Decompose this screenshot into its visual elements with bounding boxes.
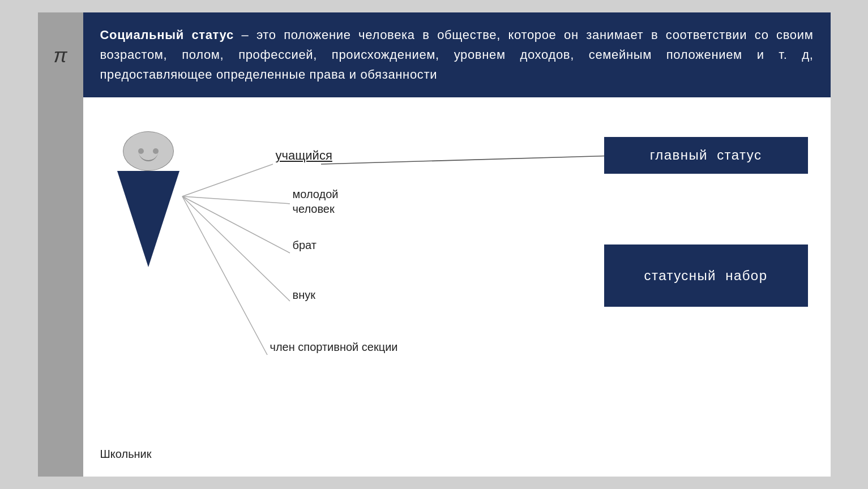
person-body [117, 171, 179, 267]
glavnyj-status-text: главный статус [650, 147, 762, 163]
svg-line-2 [182, 196, 290, 253]
definition-block: Социальный статус – это положение челове… [83, 12, 831, 97]
status-molodoj: молодойчеловек [293, 187, 339, 216]
pi-symbol: π [53, 44, 67, 67]
svg-line-0 [182, 164, 273, 196]
status-vnuk: внук [293, 289, 315, 302]
definition-dash: – [234, 28, 256, 42]
status-sport: член спортивной секции [270, 341, 398, 354]
schoolnik-label: Школьник [100, 448, 152, 461]
statusnyj-nabor-box: статусный набор [604, 244, 808, 307]
main-content: учащийся молодойчеловек брат внук член с… [83, 97, 831, 477]
slide: π Социальный статус – это положение чело… [38, 12, 831, 477]
person-figure [117, 131, 179, 267]
sidebar: π [38, 12, 83, 477]
person-head [123, 131, 174, 171]
svg-line-5 [321, 156, 615, 164]
svg-line-4 [182, 196, 267, 355]
glavnyj-status-box: главный статус [604, 137, 808, 174]
svg-line-1 [182, 196, 290, 204]
definition-bold: Социальный статус [100, 28, 234, 42]
statusnyj-nabor-text: статусный набор [644, 268, 768, 284]
svg-line-3 [182, 196, 290, 301]
status-uchaschijsya: учащийся [276, 148, 332, 163]
person-smile [139, 151, 158, 161]
status-brat: брат [293, 239, 317, 252]
